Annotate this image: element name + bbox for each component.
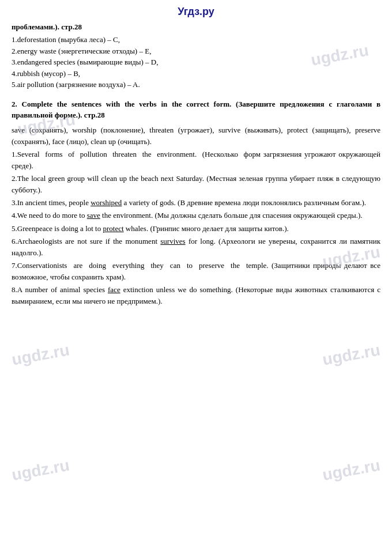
watermark-4: ugdz.ru xyxy=(10,341,71,369)
watermark-7: ugdz.ru xyxy=(321,456,382,484)
list-item: 5.air pollution (загрязнение воздуха) – … xyxy=(12,79,380,90)
watermark-5: ugdz.ru xyxy=(321,341,382,369)
section1-items: 1.deforestation (вырубка леса) – С, 2.en… xyxy=(12,34,380,90)
watermark-6: ugdz.ru xyxy=(10,456,71,484)
list-item: 3.endangered species (вымирающие виды) –… xyxy=(12,56,380,68)
sentence-2: 2.The local green group will clean up th… xyxy=(12,173,380,196)
section1-heading: проблемами.). стр.28 xyxy=(12,22,380,32)
sentence-5: 5.Greenpeace is doing a lot to protect w… xyxy=(12,223,380,235)
section2-heading: 2. Complete the sentences with the verbs… xyxy=(12,99,380,121)
underline-save: save xyxy=(87,211,100,220)
sentence-4: 4.We need to do more to save the environ… xyxy=(12,210,380,221)
underline-face: face xyxy=(108,285,120,294)
verb-list: save (сохранять), worship (поклонение), … xyxy=(12,124,380,148)
list-item: 1.deforestation (вырубка леса) – С, xyxy=(12,34,380,46)
underline-worshiped: worshiped xyxy=(91,198,122,207)
list-item: 4.rubbish (мусор) – B, xyxy=(12,68,380,80)
underline-survives: survives xyxy=(160,237,185,245)
sentence-3: 3.In ancient times, people worshiped a v… xyxy=(12,197,380,209)
sentence-7: 7.Conservationists are doing everything … xyxy=(12,260,380,283)
site-title: Угдз.ру xyxy=(12,6,380,18)
underline-protect: protect xyxy=(103,224,123,233)
sentence-6: 6.Archaeologists are not sure if the mon… xyxy=(12,236,380,259)
sentence-8: 8.A number of animal species face extinc… xyxy=(12,284,380,307)
list-item: 2.energy waste (энергетические отходы) –… xyxy=(12,46,380,57)
sentence-1: 1.Several forms of pollution threaten th… xyxy=(12,149,380,172)
